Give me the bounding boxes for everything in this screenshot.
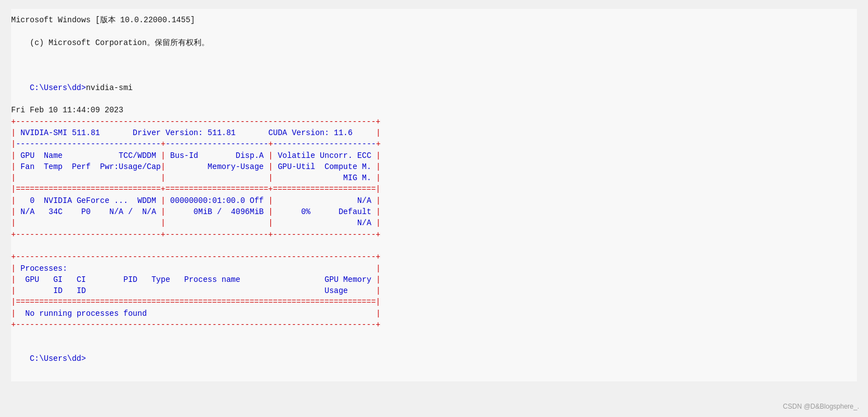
final-prompt-path: C:\Users\dd> — [30, 354, 86, 363]
smi-table-row: | 0 NVIDIA GeForce ... WDDM | 00000000:0… — [11, 195, 857, 206]
smi-table-row: | | | N/A | — [11, 217, 857, 229]
command-text: nvidia-smi — [86, 83, 132, 92]
smi-table-row: | | | MIG M. | — [11, 172, 857, 183]
smi-table-row: | GPU Name TCC/WDDM | Bus-Id Disp.A | Vo… — [11, 150, 857, 161]
smi-table-row: | N/A 34C P0 N/A / N/A | 0MiB / 4096MiB … — [11, 206, 857, 217]
terminal-window: Microsoft Windows [版本 10.0.22000.1455] (… — [11, 9, 857, 381]
blank-line-1 — [11, 59, 857, 71]
smi-table-row: |-------------------------------+-------… — [11, 138, 857, 150]
smi-table: +---------------------------------------… — [11, 116, 857, 331]
datetime-line: Fri Feb 10 11:44:09 2023 — [11, 105, 857, 116]
blank-line-2 — [11, 330, 857, 341]
smi-table-row: +-------------------------------+-------… — [11, 229, 857, 240]
prompt-path: C:\Users\dd> — [30, 83, 86, 92]
command-prompt: C:\Users\dd>nvidia-smi — [11, 71, 857, 105]
header-line1: Microsoft Windows [版本 10.0.22000.1455] — [11, 14, 857, 26]
smi-table-row: | Fan Temp Perf Pwr:Usage/Cap| Memory-Us… — [11, 161, 857, 172]
smi-table-row: +---------------------------------------… — [11, 251, 857, 262]
smi-table-row: | GPU GI CI PID Type Process name GPU Me… — [11, 274, 857, 285]
header-line2: (c) Microsoft Corporation。保留所有权利。 — [11, 26, 857, 59]
smi-table-row: | Processes: | — [11, 263, 857, 274]
smi-table-row: |===============================+=======… — [11, 183, 857, 195]
smi-table-row: |=======================================… — [11, 296, 857, 307]
final-prompt: C:\Users\dd> — [11, 342, 857, 376]
smi-table-row: | No running processes found | — [11, 308, 857, 319]
smi-table-row: +---------------------------------------… — [11, 319, 857, 330]
smi-table-row: | NVIDIA-SMI 511.81 Driver Version: 511.… — [11, 127, 857, 138]
smi-table-row: | ID ID Usage | — [11, 285, 857, 296]
smi-table-row — [11, 240, 857, 251]
smi-table-row: +---------------------------------------… — [11, 116, 857, 127]
watermark: CSDN @D&Blogsphere_. — [783, 403, 859, 410]
